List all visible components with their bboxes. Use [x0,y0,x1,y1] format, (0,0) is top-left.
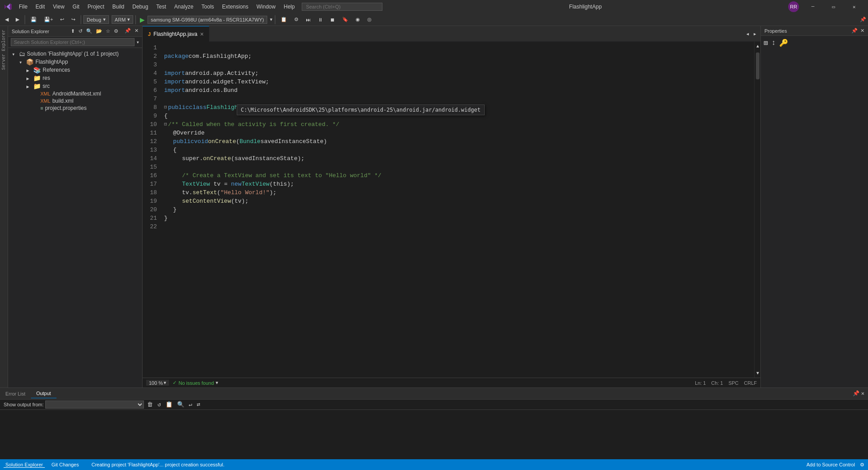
tab-flashlightapp-java[interactable]: J FlashlightApp.java × [143,26,209,42]
se-icon-1[interactable]: ⬆ [70,28,76,35]
output-sync-btn[interactable]: ⇄ [195,400,202,409]
menu-view[interactable]: View [49,2,68,11]
tab-error-list[interactable]: Error List [0,389,31,398]
java-file-icon: J [148,31,151,37]
toolbar-btn-7[interactable]: ⏭ [303,16,314,24]
menu-test[interactable]: Test [153,2,170,11]
se-icon-6[interactable]: ⚙ [113,28,119,35]
prop-grid-icon[interactable]: ⊞ [763,38,769,48]
se-pin-icon[interactable]: 📌 [125,28,131,35]
toolbar-btn-8[interactable]: ⏸ [315,16,326,24]
tree-properties-node[interactable]: ≡ project.properties [8,104,142,112]
solution-toggle-icon[interactable] [10,52,17,57]
run-button[interactable]: ▶ [138,16,147,23]
device-selector[interactable]: samsung SM-G998U (arm64v8a - R5CR11KA7WY… [148,16,267,24]
se-close-icon[interactable]: ✕ [135,28,139,35]
res-icon: 📁 [33,74,41,82]
scrollbar-down-btn[interactable]: ▼ [755,369,760,378]
res-toggle-icon[interactable] [24,76,31,81]
menu-file[interactable]: File [15,2,31,11]
toolbar-btn-9[interactable]: ⏹ [327,16,338,24]
toolbar-btn-10[interactable]: 🔖 [339,15,352,24]
build-icon: XML [40,98,51,104]
src-toggle-icon[interactable] [24,84,31,89]
line-17: 17 [143,180,157,188]
prop-pin-icon[interactable]: 📌 [851,28,858,34]
menu-help[interactable]: Help [280,2,299,11]
global-search-input[interactable] [302,3,382,11]
add-to-source-control-btn[interactable]: Add to Source Control [807,462,855,467]
tab-close-btn[interactable]: × [200,30,204,38]
bottom-panel-pin-icon[interactable]: 📌 [853,390,859,397]
output-refresh-btn[interactable]: ↺ [156,400,162,409]
bottom-panel-close-icon[interactable]: ✕ [861,390,864,397]
tree-project-node[interactable]: 📦 FlashlightApp [8,58,142,66]
tree-build-node[interactable]: XML build.xml [8,97,142,104]
se-search-options-btn[interactable]: ▾ [136,39,139,46]
menu-bar[interactable]: File Edit View Git Project Build Debug T… [15,2,298,11]
tab-output[interactable]: Output [31,389,56,398]
footer-tab-git-changes[interactable]: Git Changes [50,462,81,467]
tree-src-node[interactable]: 📁 src [8,82,142,90]
se-icon-5[interactable]: ☆ [105,28,111,35]
debug-config-dropdown[interactable]: Debug ▾ [83,15,108,24]
project-toggle-icon[interactable] [17,60,24,65]
output-clear-btn[interactable]: 🗑 [146,401,154,409]
se-icon-2[interactable]: ↺ [78,28,83,35]
output-copy-btn[interactable]: 📋 [164,400,174,409]
tab-right-arrow[interactable]: ▸ [751,28,759,39]
tree-manifest-node[interactable]: XML AndroidManifest.xml [8,90,142,97]
menu-window[interactable]: Window [253,2,279,11]
user-avatar[interactable]: RR [788,1,799,12]
pin-icon[interactable]: 📌 [860,17,866,22]
references-toggle-icon[interactable] [24,68,31,73]
tab-left-arrow[interactable]: ◂ [744,28,751,39]
prop-key-icon[interactable]: 🔑 [778,38,789,48]
menu-project[interactable]: Project [84,2,108,11]
toolbar-btn-5[interactable]: 📋 [278,15,290,24]
server-explorer-tab[interactable]: Server Explorer [0,28,7,72]
platform-dropdown[interactable]: ARM ▾ [112,15,133,24]
prop-close-icon[interactable]: ✕ [860,28,864,34]
save-btn[interactable]: 💾 [27,15,40,24]
output-source-select[interactable] [45,400,144,409]
editor-area: J FlashlightApp.java × ◂ ▸ 1 2 3 4 5 6 7… [143,26,760,387]
tree-solution-node[interactable]: 🗂 Solution 'FlashlightApp' (1 of 1 proje… [8,50,142,58]
source-control-icon: ⚙ [860,462,864,467]
forward-btn[interactable]: ▶ [13,15,22,24]
se-search-input[interactable] [11,38,135,46]
footer-tab-solution-explorer[interactable]: Solution Explorer [4,462,45,468]
zoom-level[interactable]: 100 % ▾ [146,380,169,386]
tree-res-node[interactable]: 📁 res [8,74,142,82]
scrollbar-up-btn[interactable]: ▲ [755,42,760,51]
menu-git[interactable]: Git [69,2,83,11]
redo-btn[interactable]: ↪ [68,15,78,24]
editor-vertical-scrollbar[interactable]: ▲ ▼ [754,42,760,378]
menu-analyze[interactable]: Analyze [171,2,197,11]
output-find-btn[interactable]: 🔍 [176,400,186,409]
toolbar-btn-6[interactable]: ⚙ [291,15,302,24]
menu-extensions[interactable]: Extensions [218,2,252,11]
undo-btn[interactable]: ↩ [57,15,67,24]
minimize-button[interactable]: ─ [803,0,823,13]
tree-references-node[interactable]: 📚 References [8,66,142,74]
device-dropdown-btn[interactable]: ▾ [270,17,273,22]
back-btn[interactable]: ◀ [2,15,12,24]
code-content[interactable]: package com.FlashlightApp; import androi… [161,42,754,378]
toolbar-btn-11[interactable]: ◉ [352,15,363,24]
se-icon-4[interactable]: 📂 [95,28,103,35]
menu-tools[interactable]: Tools [198,2,217,11]
menu-debug[interactable]: Debug [129,2,152,11]
menu-edit[interactable]: Edit [32,2,48,11]
code-editor[interactable]: 1 2 3 4 5 6 7 8 9 10 11 12 13 14 15 16 1… [143,42,760,378]
menu-build[interactable]: Build [109,2,128,11]
close-button[interactable]: ✕ [844,0,864,13]
prop-sort-icon[interactable]: ↕ [771,38,777,48]
toolbar-btn-12[interactable]: ◎ [364,15,375,24]
output-wrap-btn[interactable]: ↵ [187,400,194,409]
scrollbar-thumb[interactable] [756,52,760,79]
properties-title: Properties [764,28,851,34]
restore-button[interactable]: ▭ [823,0,844,13]
se-icon-3[interactable]: 🔍 [85,28,93,35]
save-all-btn[interactable]: 💾+ [41,15,56,24]
